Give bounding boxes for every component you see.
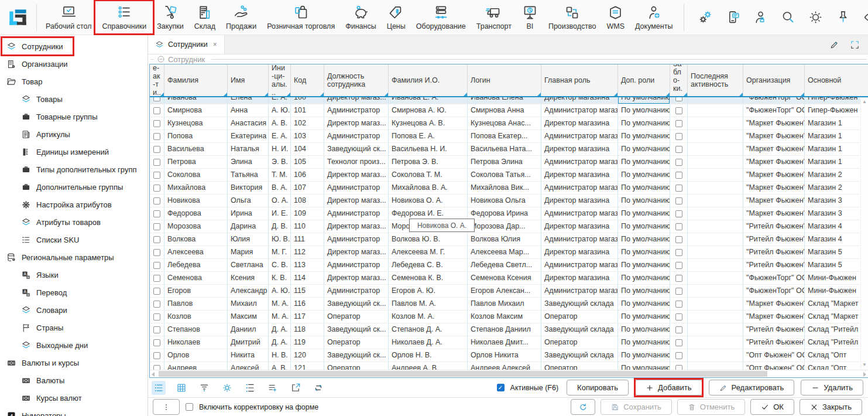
cell-initials[interactable]: Н. И. [269, 143, 291, 155]
cell-position[interactable]: Администратор [324, 259, 389, 271]
blocked-checkbox[interactable] [675, 236, 682, 243]
cell-initials[interactable]: Д. А. [269, 336, 291, 349]
cell-last_name[interactable]: Новикова [164, 195, 228, 207]
table-row[interactable]: ФедороваИринаИ. Е.109АдминистраторФедоро… [150, 207, 868, 220]
cell-main_object[interactable]: Магазин 5 [805, 246, 868, 258]
cell-login[interactable]: Михайлова Вик... [468, 182, 541, 194]
cell-main_role[interactable]: Директор магазина [541, 272, 618, 284]
cell-organization[interactable]: "Опт Фьюжен" ООО [743, 362, 805, 370]
cell-main_role[interactable]: Администратор магаз... [541, 130, 618, 142]
blocked-checkbox[interactable] [675, 301, 682, 308]
scroll-right-arrow-icon[interactable] [863, 372, 866, 377]
sidebar-item[interactable]: Сотрудники [0, 37, 147, 55]
cell-initials[interactable]: Ю. В. [269, 233, 291, 245]
sidebar-item[interactable]: Курсы валют [0, 389, 147, 407]
cell-extra_roles[interactable]: По умолчанию [618, 220, 670, 233]
cell-first_name[interactable]: Никита [228, 349, 269, 362]
sidebar-item[interactable]: Страны [0, 319, 147, 336]
cell-initials[interactable]: Д. А. [269, 323, 291, 336]
cell-main_object[interactable]: Склад "Опт [805, 362, 868, 370]
cell-main_object[interactable]: Магазин 3 [805, 195, 868, 207]
brightness-icon[interactable] [808, 10, 823, 25]
cell-extra_roles[interactable]: По умолчанию [618, 156, 670, 168]
cell-code[interactable]: 118 [291, 323, 324, 336]
cell-login[interactable]: Андреев Алексей [468, 362, 541, 370]
cell-last_name[interactable]: Федорова [164, 207, 228, 220]
cell-inactive[interactable] [150, 97, 164, 104]
cell-code[interactable]: 106 [291, 169, 324, 181]
user-lock-icon[interactable] [753, 10, 768, 25]
cell-last_activity[interactable] [688, 285, 743, 297]
cell-last_activity[interactable] [688, 323, 743, 336]
cell-inactive[interactable] [150, 349, 164, 362]
cell-initials[interactable]: К. В. [269, 272, 291, 284]
active-filter-checkbox[interactable]: ✓ [497, 384, 505, 391]
cell-position[interactable]: Директор магаз... [324, 246, 389, 258]
cell-login[interactable]: Егоров Алексан... [468, 285, 541, 297]
table-row[interactable]: АндреевАлексейА. В.121ОператорАндреев А.… [150, 362, 868, 370]
cell-extra_roles[interactable]: По умолчанию [618, 195, 670, 207]
cell-inactive[interactable] [150, 207, 164, 220]
scroll-down-arrow-icon[interactable]: ▼ [861, 362, 868, 368]
cell-last_activity[interactable] [688, 272, 743, 284]
cell-position[interactable]: Администратор [324, 233, 389, 245]
cell-main_object[interactable]: Гипер-Фьюжен [805, 97, 868, 104]
cell-main_role[interactable]: Администратор магаз... [541, 259, 618, 271]
cell-organization[interactable]: "Ритейл Фьюжен" ООО [743, 259, 805, 271]
cell-position[interactable]: Оператор [324, 362, 389, 370]
cell-code[interactable]: 112 [291, 246, 324, 258]
sidebar-item[interactable]: Валюты [0, 371, 147, 389]
toolbar-item-directory[interactable]: Справочники [97, 0, 152, 35]
cell-extra_roles[interactable]: По умолчанию [618, 323, 670, 336]
cell-last_activity[interactable] [688, 182, 743, 194]
cell-extra_roles[interactable]: По умолчанию [618, 272, 670, 284]
sidebar-item[interactable]: Выходные дни [0, 336, 147, 354]
cell-extra_roles[interactable]: По умолчанию [618, 336, 670, 349]
cell-last_name[interactable]: Егоров [164, 285, 228, 297]
cell-short_name[interactable]: Смирнова А. Ю. [389, 104, 468, 117]
cell-login[interactable]: Кузнецова Анас... [468, 117, 541, 129]
cell-inactive[interactable] [150, 220, 164, 233]
cell-initials[interactable]: А. Ю. [269, 285, 291, 297]
sidebar-item[interactable]: Атрибуты товаров [0, 213, 147, 231]
table-row[interactable]: ЛебедеваСветланаС. В.113АдминистраторЛеб… [150, 259, 868, 272]
cell-short_name[interactable]: Попова Е. А. [389, 130, 468, 142]
cell-login[interactable]: Николаев Дмит... [468, 336, 541, 349]
blocked-checkbox[interactable] [675, 365, 682, 370]
sidebar-item[interactable]: Товарные группы [0, 108, 147, 125]
cell-inactive[interactable] [150, 285, 164, 297]
collapse-icon[interactable] [157, 55, 165, 63]
table-row[interactable]: СоколоваТатьянаТ. М.106Директор магаз...… [150, 169, 868, 182]
inactive-checkbox[interactable] [153, 365, 160, 370]
cell-extra_roles[interactable]: По умолчанию [618, 311, 670, 323]
cell-short_name[interactable]: Петрова Э. В. [389, 156, 468, 168]
cell-position[interactable]: Администратор [324, 207, 389, 220]
cell-last_name[interactable]: Алексеева [164, 246, 228, 258]
view-grid-icon[interactable] [174, 381, 188, 395]
cell-last_activity[interactable] [688, 233, 743, 245]
cell-last_name[interactable]: Степанов [164, 323, 228, 336]
cell-short_name[interactable]: Федорова И. Е. [389, 207, 468, 220]
cell-last_activity[interactable] [688, 220, 743, 233]
sidebar-item[interactable]: Товар [0, 73, 147, 90]
scroll-left-arrow-icon[interactable] [152, 372, 155, 377]
cell-organization[interactable]: "ФьюженТорг" ООО [743, 272, 805, 284]
cell-initials[interactable]: В. А. [269, 182, 291, 194]
table-row[interactable]: АлексееваМарияМ. Г.112Директор магаз...А… [150, 246, 868, 259]
cell-main_object[interactable]: Склад "Маркет [805, 298, 868, 310]
cell-blocked[interactable] [670, 130, 688, 142]
app-logo-icon[interactable] [6, 5, 30, 30]
toolbar-item-bi[interactable]: BI [517, 0, 543, 35]
cell-main_role[interactable]: Заведующий склада [541, 323, 618, 336]
cell-blocked[interactable] [670, 259, 688, 271]
cancel-button[interactable]: Отменить [677, 399, 745, 415]
cell-last_name[interactable]: Павлов [164, 298, 228, 310]
cell-inactive[interactable] [150, 259, 164, 271]
cell-initials[interactable]: М. Г. [269, 246, 291, 258]
cell-main_role[interactable]: Администратор магаз... [541, 104, 618, 117]
cell-extra_roles[interactable]: По умолчанию [618, 97, 670, 104]
cell-inactive[interactable] [150, 362, 164, 370]
cell-first_name[interactable]: Максим [228, 311, 269, 323]
cell-initials[interactable]: Д. В. [269, 220, 291, 233]
toolbar-item-purchases[interactable]: Закупки [152, 0, 189, 35]
